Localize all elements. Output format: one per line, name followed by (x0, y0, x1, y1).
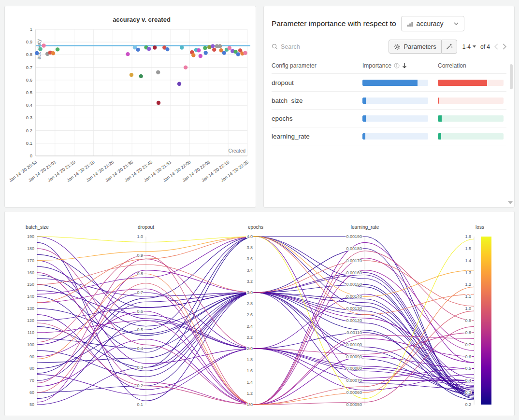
svg-text:Created: Created (228, 148, 245, 154)
importance-bar (362, 98, 428, 104)
axis-tick-label: 3.4 (246, 268, 253, 273)
column-config-parameter[interactable]: Config parameter (272, 62, 353, 69)
table-row[interactable]: epochs (272, 110, 506, 127)
scatter-point[interactable] (136, 48, 140, 52)
search-input[interactable]: Search (272, 43, 300, 50)
scatter-point[interactable] (153, 45, 157, 49)
wandb-dashboard: 10.90.80.70.60.50.40.30.20.10accuracy v.… (0, 0, 519, 416)
axis-title: batch_size (26, 224, 49, 230)
parallel-coordinates-chart[interactable]: batch_sizedropoutepochslearning_rateloss… (5, 219, 514, 415)
scatter-point[interactable] (191, 53, 195, 57)
column-correlation[interactable]: Correlation (438, 62, 504, 69)
table-row[interactable]: learning_rate (272, 127, 506, 145)
scatter-point[interactable] (139, 74, 143, 78)
scatter-point[interactable] (222, 51, 226, 55)
scatter-point[interactable] (126, 52, 130, 56)
config-parameter-name: learning_rate (272, 133, 353, 140)
axis-tick-label: 0.00080 (346, 366, 362, 371)
scatter-point[interactable] (197, 48, 201, 52)
scatter-chart[interactable]: 10.90.80.70.60.50.40.30.20.10accuracy v.… (8, 10, 252, 203)
scatter-point[interactable] (236, 52, 240, 56)
config-parameter-name: epochs (272, 115, 353, 122)
scatter-point[interactable] (165, 47, 169, 51)
axis-tick-label: 0.00050 (346, 402, 362, 407)
axis-tick-label: 0.00120 (346, 318, 362, 323)
column-importance[interactable]: Importance (362, 62, 428, 69)
scrollbar-track[interactable] (510, 64, 513, 196)
scatter-point[interactable] (130, 73, 133, 77)
axis-tick-label: 0.2 (465, 402, 471, 407)
scatter-point[interactable] (38, 47, 42, 51)
scatter-point[interactable] (35, 51, 39, 55)
axis-tick-label: 80 (29, 366, 34, 371)
axis-tick-label: 170 (27, 258, 34, 263)
prev-page-icon[interactable] (494, 43, 498, 50)
magic-wand-button[interactable] (442, 40, 457, 54)
loss-colorbar (481, 237, 491, 405)
importance-table-header: Config parameter Importance Correlation (272, 62, 506, 74)
axis-tick-label: 0.00170 (346, 258, 362, 263)
axis-tick-label: 0.8 (465, 330, 471, 335)
scatter-point[interactable] (218, 44, 222, 48)
axis-tick-label: 0.4 (465, 378, 471, 383)
scatter-point[interactable] (157, 101, 160, 105)
importance-bar-cell (362, 80, 428, 86)
axis-tick-label: 1.3 (465, 270, 471, 275)
table-row[interactable]: dropout (272, 74, 506, 92)
scatter-point[interactable] (204, 51, 208, 55)
target-metric-dropdown[interactable]: accuracy (401, 16, 464, 31)
scatter-point[interactable] (199, 54, 202, 58)
scatter-point[interactable] (147, 47, 151, 51)
svg-text:0.2: 0.2 (26, 128, 32, 133)
importance-bar (362, 115, 428, 122)
axis-tick-label: 0.00130 (346, 306, 362, 311)
column-importance-label: Importance (362, 62, 391, 69)
correlation-bar-cell (438, 80, 504, 86)
scatter-point[interactable] (42, 43, 45, 47)
scatter-point[interactable] (212, 48, 216, 52)
axis-tick-label: 60 (29, 390, 34, 395)
scatter-point[interactable] (243, 51, 247, 55)
axis-tick-label: 0.6 (465, 354, 471, 359)
svg-text:0: 0 (30, 153, 32, 158)
correlation-bar-cell (438, 98, 504, 104)
scatter-point[interactable] (177, 82, 181, 86)
correlation-bar (438, 80, 504, 86)
scatter-point[interactable] (56, 47, 59, 51)
scatter-point[interactable] (156, 70, 160, 74)
config-parameter-name: batch_size (272, 97, 353, 104)
axis-tick-label: 1.0 (246, 402, 253, 407)
scatter-point[interactable] (228, 46, 231, 50)
svg-text:1: 1 (30, 27, 32, 32)
pagination-range-dropdown[interactable]: 1-4 (462, 43, 476, 50)
axis-tick-label: 110 (28, 330, 34, 335)
scatter-point[interactable] (211, 44, 215, 48)
next-page-icon[interactable] (503, 43, 506, 50)
axis-tick-label: 1.5 (465, 246, 471, 251)
parameters-button[interactable]: Parameters (389, 40, 441, 54)
accuracy-vs-created-panel: 10.90.80.70.60.50.40.30.20.10accuracy v.… (4, 6, 256, 208)
scatter-point[interactable] (180, 45, 184, 49)
gear-icon (394, 43, 401, 50)
axis-tick-label: 0.00150 (346, 282, 362, 287)
importance-toolbar: Search (272, 40, 506, 54)
scatter-point[interactable] (184, 65, 187, 69)
axis-tick-label: 0.00160 (346, 270, 362, 275)
axis-tick-label: 3.0 (246, 290, 253, 295)
axis-tick-label: 2.6 (246, 312, 253, 317)
scatter-point[interactable] (51, 51, 55, 55)
axis-tick-label: 0.5 (137, 327, 143, 332)
scatter-point[interactable] (203, 46, 207, 50)
metric-bars-icon (407, 21, 413, 27)
scroll-down-icon[interactable] (508, 201, 513, 204)
axis-tick-label: 0.6 (137, 309, 143, 314)
axis-tick-label: 0.9 (137, 253, 143, 258)
scrollbar-thumb[interactable] (510, 64, 513, 89)
axis-tick-label: 0.8 (137, 271, 143, 276)
svg-text:0.9: 0.9 (26, 39, 32, 44)
axis-tick-label: 1.0 (465, 306, 471, 311)
axis-tick-label: 70 (29, 378, 34, 383)
axis-tick-label: 3.2 (246, 279, 253, 284)
table-row[interactable]: batch_size (272, 92, 506, 110)
axis-tick-label: 1.2 (465, 282, 471, 287)
